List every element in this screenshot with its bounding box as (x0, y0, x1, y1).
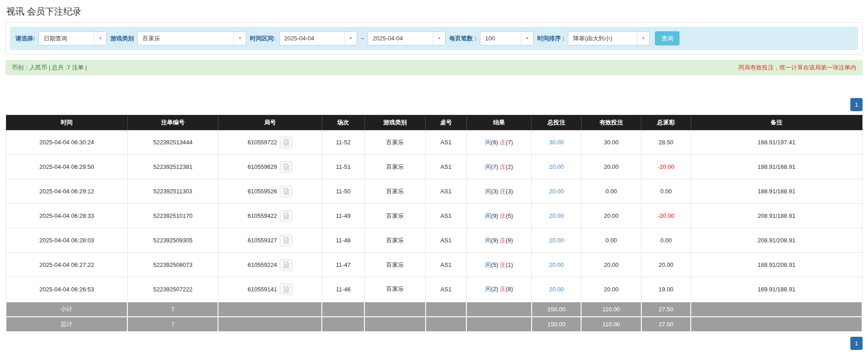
result-banker-score: (1) (506, 261, 513, 268)
video-replay-button[interactable] (280, 283, 292, 295)
per-page-select[interactable]: 100 ▼ (480, 31, 533, 45)
cell-game-type: 百家乐 (364, 204, 425, 228)
total-bet-link[interactable]: 20.00 (549, 286, 564, 293)
per-page-value: 100 (480, 32, 521, 45)
per-page-label: 每页笔数 : (449, 34, 476, 43)
page-1-button[interactable]: 1 (850, 337, 863, 350)
payout-value: 20.00 (659, 261, 674, 268)
total-label: 总计 (6, 317, 127, 332)
cell-valid-bet: 0.00 (581, 179, 641, 204)
col-header-time: 时间 (6, 115, 127, 130)
total-bet-link[interactable]: 20.00 (549, 261, 564, 268)
cell-bet-id: 522392512381 (127, 155, 218, 179)
result-player-score: (7) (491, 163, 498, 170)
video-file-icon (283, 237, 290, 244)
result-banker-score: (9) (506, 237, 513, 244)
total-valid-bet: 110.00 (581, 317, 641, 332)
total-bet-link[interactable]: 20.00 (549, 163, 564, 170)
total-bet-link[interactable]: 20.00 (549, 212, 564, 219)
round-id-text: 610559722 (247, 139, 277, 146)
cell-bet-id: 522392507222 (127, 277, 218, 302)
chevron-down-icon[interactable]: ▼ (344, 32, 357, 45)
table-row: 2025-04-04 06:28:03 522392509305 6105593… (6, 228, 862, 253)
result-player-score: (9) (491, 212, 498, 219)
result-player-label: 闲 (485, 212, 491, 219)
table-row: 2025-04-04 06:29:50 522392512381 6105596… (6, 155, 862, 179)
game-type-value: 百家乐 (138, 32, 233, 45)
query-type-select[interactable]: 日期查询 ▼ (39, 31, 107, 45)
tilde-separator: ~ (361, 35, 364, 42)
page-1-button[interactable]: 1 (850, 98, 863, 111)
chevron-down-icon[interactable]: ▼ (521, 32, 533, 45)
cell-time: 2025-04-04 06:29:12 (6, 179, 127, 204)
cell-remark: 188.91/188.91 (691, 179, 862, 204)
date-from-value: 2025-04-04 (280, 32, 344, 45)
chevron-down-icon[interactable]: ▼ (637, 32, 649, 45)
result-player-score: (3) (491, 188, 498, 195)
cell-game-type: 百家乐 (364, 179, 425, 204)
video-file-icon (283, 188, 290, 195)
col-header-session: 场次 (322, 115, 364, 130)
date-to-input[interactable]: 2025-04-04 ▼ (368, 31, 446, 45)
cell-game-type: 百家乐 (364, 130, 425, 155)
payout-value: 19.00 (659, 286, 674, 293)
result-player-score: (5) (491, 261, 498, 268)
cell-table-no: AS1 (426, 130, 467, 155)
cell-game-type: 百家乐 (364, 155, 425, 179)
col-header-bet-id: 注单编号 (127, 115, 218, 130)
search-button[interactable]: 查询 (655, 31, 679, 45)
col-header-table-no: 桌号 (426, 115, 467, 130)
video-replay-button[interactable] (280, 235, 292, 246)
currency-total-text: 币别：人民币 | 总共 :7 注单 | (12, 64, 87, 72)
cell-table-no: AS1 (426, 253, 467, 277)
total-count: 7 (127, 317, 218, 332)
payout-value: -20.00 (658, 163, 674, 170)
payout-value: 0.00 (660, 188, 672, 195)
round-id-text: 610559526 (247, 188, 277, 195)
game-type-select[interactable]: 百家乐 ▼ (137, 31, 246, 45)
cell-time: 2025-04-04 06:27:22 (6, 253, 127, 277)
result-banker-label: 庄 (500, 237, 506, 244)
round-id-text: 610559224 (247, 261, 277, 268)
cell-remark: 208.91/188.91 (691, 204, 862, 228)
cell-round-id: 610559224 (218, 253, 322, 277)
table-row: 2025-04-04 06:26:53 522392507222 6105591… (6, 277, 862, 302)
video-file-icon (283, 139, 290, 146)
table-row: 2025-04-04 06:28:33 522392510170 6105594… (6, 204, 862, 228)
cell-total-bet: 20.00 (532, 277, 582, 302)
video-replay-button[interactable] (280, 259, 292, 271)
result-banker-label: 庄 (500, 163, 506, 170)
cell-payout: 0.00 (641, 228, 691, 253)
total-bet-link[interactable]: 20.00 (549, 237, 564, 244)
cell-total-bet: 20.00 (532, 179, 582, 204)
cell-total-bet: 20.00 (532, 228, 582, 253)
time-sort-select[interactable]: 降幂(由大到小) ▼ (568, 31, 650, 45)
cell-result: 闲(6) 庄(7) (466, 130, 532, 155)
video-replay-button[interactable] (280, 210, 292, 222)
filter-bar: 请选择: 日期查询 ▼ 游戏类别 百家乐 ▼ 时间区间: 2025-04-04 … (10, 27, 858, 50)
total-bet-link[interactable]: 20.00 (549, 188, 564, 195)
video-replay-button[interactable] (280, 161, 292, 173)
result-banker-score: (2) (506, 163, 513, 170)
subtotal-row: 小计 7 150.00 110.00 27.50 (6, 302, 862, 317)
table-body: 2025-04-04 06:30:24 522392513444 6105597… (6, 130, 862, 302)
video-replay-button[interactable] (280, 186, 292, 197)
total-bet-link[interactable]: 30.00 (549, 139, 564, 146)
video-replay-button[interactable] (280, 137, 292, 148)
col-header-payout: 总派彩 (641, 115, 691, 130)
cell-valid-bet: 30.00 (581, 130, 641, 155)
cell-time: 2025-04-04 06:29:50 (6, 155, 127, 179)
result-player-label: 闲 (485, 139, 491, 146)
cell-table-no: AS1 (426, 228, 467, 253)
chevron-down-icon[interactable]: ▼ (233, 32, 246, 45)
col-header-total-bet: 总投注 (532, 115, 582, 130)
cell-result: 闲(2) 庄(8) (466, 277, 532, 302)
cell-game-type: 百家乐 (364, 228, 425, 253)
chevron-down-icon[interactable]: ▼ (433, 32, 445, 45)
date-from-input[interactable]: 2025-04-04 ▼ (279, 31, 357, 45)
cell-time: 2025-04-04 06:26:53 (6, 277, 127, 302)
round-id-text: 610559629 (247, 163, 277, 170)
payout-value: 28.50 (659, 139, 674, 146)
chevron-down-icon[interactable]: ▼ (94, 32, 106, 45)
total-row: 总计 7 150.00 110.00 27.50 (6, 317, 862, 332)
